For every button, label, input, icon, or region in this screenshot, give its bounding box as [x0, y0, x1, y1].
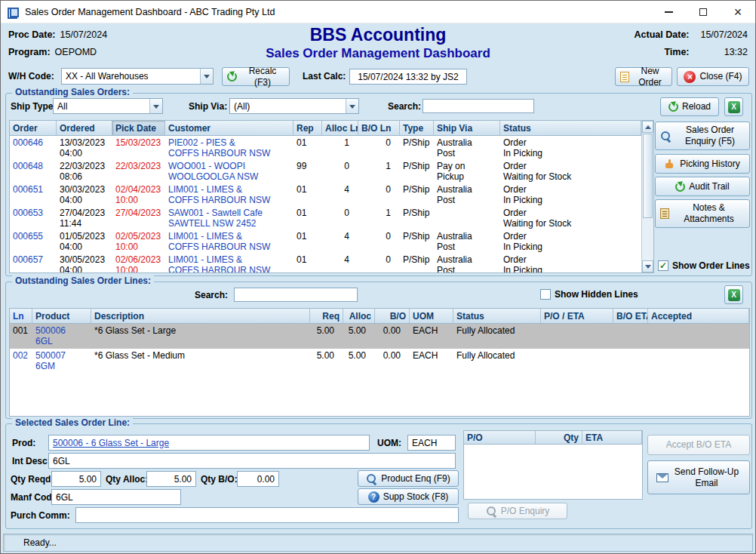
prod-link[interactable]: 500006 - 6 Glass Set - Large	[53, 438, 169, 448]
column-header-customer[interactable]: Customer	[165, 121, 293, 135]
show-order-lines-checkbox[interactable]	[658, 260, 668, 271]
column-header-ln[interactable]: Ln	[10, 309, 32, 323]
line-accepted	[648, 324, 749, 349]
lines-export-excel-button[interactable]	[724, 285, 743, 304]
chevron-down-icon[interactable]	[200, 69, 213, 84]
chevron-down-icon[interactable]	[346, 99, 358, 113]
column-header-accepted[interactable]: Accepted	[648, 309, 749, 323]
orders-table-header: Order Ordered Pick Date Customer Rep All…	[10, 121, 641, 136]
column-header-order[interactable]: Order	[10, 121, 57, 135]
orders-export-excel-button[interactable]	[724, 97, 743, 116]
orders-search-input[interactable]	[423, 99, 534, 113]
picking-history-button[interactable]: Picking History	[655, 154, 750, 174]
refresh-icon	[227, 72, 237, 82]
new-order-button[interactable]: New Order	[615, 67, 672, 86]
column-header-pick-date[interactable]: Pick Date	[112, 121, 165, 135]
column-header-ordered[interactable]: Ordered	[57, 121, 112, 135]
column-header-eta[interactable]: ETA	[582, 431, 642, 444]
orders-table-scrollbar[interactable]	[641, 121, 653, 272]
scroll-down-icon[interactable]	[642, 260, 653, 272]
column-header-product[interactable]: Product	[32, 309, 91, 323]
qty-alloc-field[interactable]: 5.00	[146, 471, 196, 487]
selected-line-section-title: Selected Sales Order Line:	[12, 417, 133, 428]
int-desc-field[interactable]: 6GL	[48, 453, 456, 469]
close-button[interactable]: Close (F4)	[677, 67, 749, 86]
selected-line-section: Selected Sales Order Line: Prod: 500006 …	[5, 423, 752, 529]
audit-icon	[675, 182, 685, 192]
qty-reqd-field[interactable]: 5.00	[51, 471, 101, 487]
send-follow-up-email-button[interactable]: Send Follow-Up Email	[647, 460, 750, 494]
ship-type-select[interactable]: All	[53, 98, 163, 114]
chevron-down-icon[interactable]	[149, 99, 162, 113]
scroll-up-icon[interactable]	[642, 121, 653, 133]
column-header-rep[interactable]: Rep	[293, 121, 322, 135]
prod-field[interactable]: 500006 - 6 Glass Set - Large	[48, 435, 370, 451]
minimize-button[interactable]	[651, 1, 686, 23]
column-header-bo-ln[interactable]: B/O Ln	[358, 121, 400, 135]
manf-code-field[interactable]: 6GL	[51, 489, 181, 505]
order-rep: 01	[293, 229, 322, 253]
recalc-button[interactable]: Recalc (F3)	[222, 67, 290, 86]
accept-bo-eta-button[interactable]: Accept B/O ETA	[647, 435, 750, 455]
notes-attachments-button[interactable]: Notes & Attachments	[655, 199, 750, 228]
column-header-alloc[interactable]: Alloc	[343, 309, 375, 323]
order-row[interactable]: 000653 27/04/2023 11:44 27/04/2023 SAW00…	[10, 206, 641, 229]
column-header-ship-via[interactable]: Ship Via	[434, 121, 500, 135]
purch-comm-field[interactable]	[75, 507, 459, 523]
order-number: 000648	[10, 159, 57, 183]
order-row[interactable]: 000648 22/03/2023 08:06 22/03/2023 WOO00…	[10, 159, 641, 183]
column-header-type[interactable]: Type	[400, 121, 434, 135]
close-window-button[interactable]	[721, 1, 755, 23]
close-red-icon	[684, 71, 696, 83]
column-header-uom[interactable]: UOM	[410, 309, 453, 323]
order-row[interactable]: 000646 13/03/2023 04:00 15/03/2023 PIE00…	[10, 136, 641, 159]
order-line-row[interactable]: 002 500007 6GM *6 Glass Set - Medium 5.0…	[10, 349, 749, 374]
order-pick-date: 15/03/2023	[112, 136, 165, 159]
column-header-bo[interactable]: B/O	[375, 309, 410, 323]
po-enquiry-button[interactable]: P/O Enquiry	[468, 503, 567, 519]
column-header-po-eta[interactable]: P/O / ETA	[541, 309, 613, 323]
question-icon	[368, 491, 380, 503]
order-type: P/Ship	[400, 253, 434, 273]
order-status: Order Waiting for Stock	[500, 206, 641, 229]
maximize-button[interactable]	[686, 1, 721, 23]
qty-bo-field[interactable]: 0.00	[237, 471, 279, 487]
order-row[interactable]: 000657 30/05/2023 04:00 02/06/2023 10:00…	[10, 253, 641, 273]
reload-button[interactable]: Reload	[660, 97, 719, 116]
line-req: 5.00	[310, 349, 343, 374]
new-order-label: New Order	[633, 66, 667, 88]
column-header-status[interactable]: Status	[453, 309, 541, 323]
line-uom: EACH	[410, 349, 453, 374]
show-hidden-lines-checkbox[interactable]	[540, 289, 551, 300]
column-header-status[interactable]: Status	[500, 121, 641, 135]
show-hidden-lines: Show Hidden Lines	[540, 289, 638, 300]
column-header-req[interactable]: Req	[310, 309, 343, 323]
column-header-bo-eta[interactable]: B/O ETA	[613, 309, 648, 323]
order-row[interactable]: 000651 30/03/2023 04:00 02/04/2023 10:00…	[10, 183, 641, 206]
audit-trail-button[interactable]: Audit Trail	[655, 177, 750, 196]
supp-stock-button[interactable]: Supp Stock (F8)	[358, 488, 459, 505]
line-status: Fully Allocated	[453, 349, 541, 374]
column-header-description[interactable]: Description	[91, 309, 310, 323]
product-enq-button[interactable]: Product Enq (F9)	[358, 470, 459, 487]
order-pick-date: 02/06/2023 10:00	[112, 253, 165, 273]
order-ship-via: Australia Post	[434, 253, 500, 273]
uom-field: EACH	[407, 435, 456, 451]
maximize-icon	[699, 8, 707, 16]
scrollbar-thumb[interactable]	[643, 134, 653, 218]
wh-code-select[interactable]: XX - All Warehouses	[61, 68, 214, 85]
column-header-qty[interactable]: Qty	[536, 431, 582, 444]
column-header-alloc-ln[interactable]: Alloc Ln	[322, 121, 358, 135]
int-desc-value: 6GL	[53, 456, 70, 466]
line-bo: 0.00	[375, 324, 410, 349]
orders-table-body: 000646 13/03/2023 04:00 15/03/2023 PIE00…	[10, 136, 641, 273]
lines-search-input[interactable]	[234, 288, 358, 302]
column-header-po[interactable]: P/O	[464, 431, 536, 444]
refresh-icon	[668, 102, 678, 112]
sales-order-enquiry-button[interactable]: Sales Order Enquiry (F5)	[655, 122, 750, 150]
ship-via-select[interactable]: (All)	[229, 98, 359, 114]
order-line-row-selected[interactable]: 001 500006 6GL *6 Glass Set - Large 5.00…	[10, 324, 749, 349]
order-row[interactable]: 000655 01/05/2023 04:00 02/05/2023 10:00…	[10, 229, 641, 253]
notes-attachments-label: Notes & Attachments	[673, 202, 745, 225]
order-ship-via: Australia Post	[434, 136, 500, 159]
